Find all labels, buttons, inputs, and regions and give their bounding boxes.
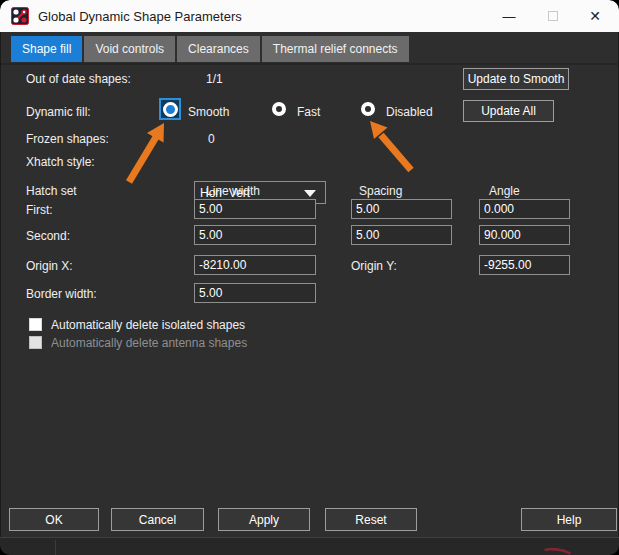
tab-underline (1, 63, 618, 65)
app-shape-icon (11, 7, 29, 25)
second-row-label: Second: (26, 229, 70, 243)
apply-button[interactable]: Apply (218, 508, 310, 531)
radio-smooth-label[interactable]: Smooth (188, 105, 229, 119)
tab-thermal-relief-connects[interactable]: Thermal relief connects (262, 36, 409, 62)
second-spacing-input[interactable] (351, 225, 452, 245)
ok-button[interactable]: OK (9, 508, 99, 531)
hatch-set-label: Hatch set (26, 184, 77, 198)
radio-disabled-dot (361, 102, 375, 116)
delete-antenna-shapes-label: Automatically delete antenna shapes (51, 336, 247, 350)
tab-clearances[interactable]: Clearances (177, 36, 260, 62)
radio-fast[interactable] (268, 98, 290, 120)
maximize-button (531, 0, 575, 32)
origin-x-label: Origin X: (26, 259, 73, 273)
screenshot-root: Global Dynamic Shape Parameters — ✕ Shap… (0, 0, 619, 555)
window-title: Global Dynamic Shape Parameters (38, 9, 242, 24)
delete-isolated-shapes-label[interactable]: Automatically delete isolated shapes (51, 318, 245, 332)
second-angle-input[interactable] (479, 225, 570, 245)
out-of-date-shapes-label: Out of date shapes: (26, 72, 131, 86)
close-button[interactable]: ✕ (573, 0, 617, 32)
help-button[interactable]: Help (521, 508, 617, 531)
dynamic-fill-label: Dynamic fill: (26, 105, 91, 119)
first-row-label: First: (26, 203, 53, 217)
dialog-body: Shape fill Void controls Clearances Ther… (0, 32, 619, 537)
reset-button[interactable]: Reset (325, 508, 417, 531)
background-red-trace (539, 546, 575, 555)
radio-fast-dot (272, 102, 286, 116)
radio-smooth[interactable] (159, 98, 181, 120)
col-header-angle: Angle (489, 184, 520, 198)
update-all-button[interactable]: Update All (463, 100, 554, 122)
frozen-shapes-label: Frozen shapes: (26, 132, 109, 146)
statusbar-divider (55, 540, 56, 555)
tab-void-controls[interactable]: Void controls (84, 36, 175, 62)
col-header-line-width: Line width (206, 184, 260, 198)
background-app-statusbar (0, 537, 619, 555)
radio-disabled-label[interactable]: Disabled (386, 105, 433, 119)
update-to-smooth-button[interactable]: Update to Smooth (463, 68, 569, 90)
tab-shape-fill[interactable]: Shape fill (11, 36, 82, 62)
origin-y-input[interactable] (479, 255, 570, 275)
first-angle-input[interactable] (479, 199, 570, 219)
minimize-button[interactable]: — (487, 0, 531, 32)
tab-bar: Shape fill Void controls Clearances Ther… (11, 36, 409, 62)
window-titlebar: Global Dynamic Shape Parameters — ✕ (0, 0, 619, 32)
first-spacing-input[interactable] (351, 199, 452, 219)
delete-antenna-shapes-checkbox (29, 336, 42, 349)
out-of-date-shapes-value: 1/1 (206, 72, 223, 86)
maximize-icon (548, 11, 558, 21)
cancel-button[interactable]: Cancel (111, 508, 204, 531)
chevron-down-icon (304, 190, 316, 197)
xhatch-style-label: Xhatch style: (26, 155, 95, 169)
origin-x-input[interactable] (194, 255, 316, 275)
border-width-input[interactable] (194, 283, 316, 303)
delete-isolated-shapes-checkbox[interactable] (29, 318, 42, 331)
frozen-shapes-value: 0 (208, 132, 215, 146)
radio-smooth-dot (163, 102, 178, 117)
origin-y-label: Origin Y: (351, 259, 397, 273)
second-line-width-input[interactable] (194, 225, 316, 245)
col-header-spacing: Spacing (359, 184, 402, 198)
first-line-width-input[interactable] (194, 199, 316, 219)
radio-disabled[interactable] (357, 98, 379, 120)
border-width-label: Border width: (26, 287, 97, 301)
radio-fast-label[interactable]: Fast (297, 105, 320, 119)
